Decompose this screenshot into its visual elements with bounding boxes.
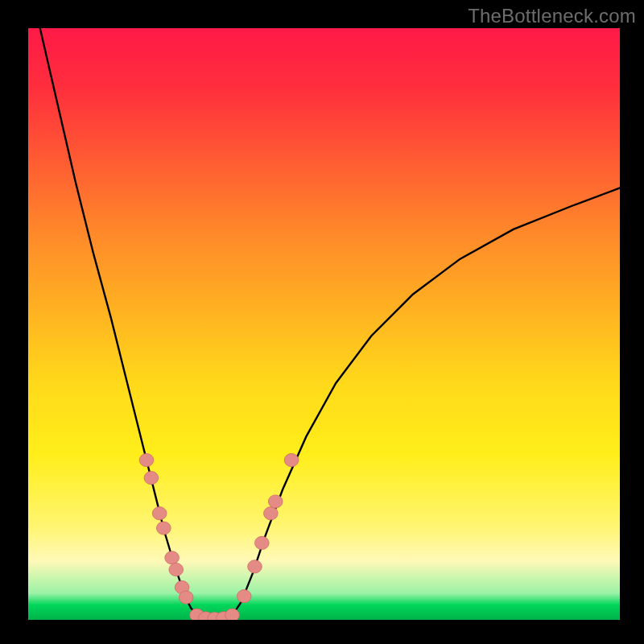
curve-marker bbox=[139, 453, 154, 466]
curve-marker bbox=[284, 453, 299, 466]
curve-marker bbox=[156, 522, 171, 535]
curve-marker bbox=[255, 536, 270, 549]
curve-marker bbox=[165, 551, 180, 564]
bottleneck-curve bbox=[40, 28, 620, 619]
plot-area bbox=[28, 28, 620, 620]
curve-marker bbox=[268, 495, 283, 508]
curve-marker bbox=[225, 609, 240, 620]
curve-marker bbox=[264, 507, 279, 520]
curve-marker bbox=[237, 590, 251, 603]
curve-layer bbox=[28, 28, 620, 620]
curve-marker bbox=[152, 507, 167, 520]
curve-marker bbox=[144, 472, 159, 485]
curve-marker bbox=[179, 591, 193, 604]
watermark-text: TheBottleneck.com bbox=[468, 5, 636, 27]
curve-marker bbox=[248, 560, 262, 573]
curve-marker bbox=[169, 563, 184, 576]
chart-frame: TheBottleneck.com bbox=[0, 0, 644, 644]
